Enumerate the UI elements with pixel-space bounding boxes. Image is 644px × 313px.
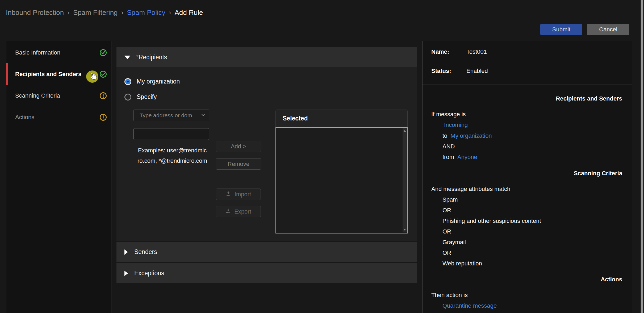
specify-radio-label: Specify (137, 93, 157, 101)
summary-if-message-is: If message is (431, 110, 622, 118)
my-organization-radio-label: My organization (137, 78, 180, 85)
sidebar-item-scanning-criteria[interactable]: Scanning Criteria (6, 85, 111, 106)
name-label: Name: (431, 48, 466, 56)
export-button[interactable]: Export (216, 206, 261, 217)
add-button[interactable]: Add > (216, 141, 261, 152)
page-scrollbar-thumb[interactable] (641, 0, 643, 313)
sidebar-item-label: Actions (15, 114, 99, 121)
incoming-link[interactable]: Incoming (444, 122, 468, 128)
selected-recipients-listbox[interactable] (275, 127, 408, 233)
exclamation-circle-icon (99, 114, 107, 121)
selected-recipients-panel: Selected (275, 110, 408, 233)
sidebar-item-actions[interactable]: Actions (6, 106, 111, 128)
submit-button[interactable]: Submit (540, 24, 582, 35)
scroll-up-icon[interactable] (403, 130, 406, 132)
senders-accordion-title: Senders (134, 248, 157, 256)
form-actions: Submit Cancel (540, 24, 629, 35)
summary-criterion-operator: OR (431, 228, 622, 236)
exceptions-accordion-title: Exceptions (134, 270, 164, 277)
summary-criterion: Phishing and other suspicious content (431, 217, 622, 225)
rule-summary-panel: Name: Test001 Status: Enabled Recipients… (422, 41, 632, 313)
upload-icon (225, 191, 231, 198)
active-item-indicator (6, 63, 8, 85)
summary-action-intro: Then action is (431, 291, 622, 299)
required-marker: * (136, 54, 139, 61)
breadcrumb-inbound-protection: Inbound Protection (6, 9, 64, 17)
summary-from-line: fromAnyone (431, 153, 622, 161)
wizard-nav-sidebar: Basic Information Recipients and Senders… (6, 41, 111, 313)
summary-criterion: Graymail (431, 238, 622, 246)
sidebar-item-label: Basic Information (15, 49, 99, 56)
my-organization-link[interactable]: My organization (450, 132, 492, 139)
summary-criterion-operator: OR (431, 249, 622, 257)
address-input[interactable] (133, 128, 209, 140)
breadcrumb-spam-policy-link[interactable]: Spam Policy (127, 9, 165, 17)
summary-heading-recipients-senders: Recipients and Senders (431, 95, 622, 103)
status-label: Status: (431, 67, 466, 75)
summary-attributes-intro: And message attributes match (431, 185, 622, 193)
summary-criterion-operator: OR (431, 206, 622, 214)
caret-right-icon (124, 271, 128, 276)
download-icon (225, 208, 231, 215)
recipients-accordion-content: My organization Specify Type address or … (116, 67, 417, 241)
specify-radio-option[interactable]: Specify (124, 93, 157, 101)
scroll-down-icon[interactable] (403, 229, 406, 231)
name-value: Test001 (466, 48, 487, 56)
cancel-button[interactable]: Cancel (587, 24, 629, 35)
summary-criterion: Spam (431, 196, 622, 204)
summary-heading-scanning-criteria: Scanning Criteria (431, 169, 622, 177)
anyone-link[interactable]: Anyone (457, 154, 477, 160)
caret-right-icon (124, 249, 128, 255)
summary-and-operator: AND (431, 143, 622, 151)
address-type-dropdown-value: Type address or dom (140, 112, 200, 119)
check-circle-icon (99, 49, 107, 56)
breadcrumb: Inbound Protection › Spam Filtering › Sp… (6, 9, 203, 17)
exceptions-accordion-header[interactable]: Exceptions (116, 263, 417, 283)
recipients-accordion-header[interactable]: *Recipients (116, 47, 417, 67)
import-button[interactable]: Import (216, 189, 261, 200)
status-value: Enabled (466, 67, 488, 75)
breadcrumb-add-rule: Add Rule (174, 9, 203, 17)
sidebar-item-recipients-and-senders[interactable]: Recipients and Senders (6, 63, 111, 85)
my-organization-radio-option[interactable]: My organization (124, 78, 180, 85)
summary-action-line: Quarantine message (431, 302, 622, 310)
exclamation-circle-icon (99, 92, 107, 99)
sidebar-item-label: Scanning Criteria (15, 92, 99, 99)
address-type-dropdown[interactable]: Type address or dom (133, 110, 209, 121)
breadcrumb-separator: › (121, 9, 124, 17)
quarantine-message-link[interactable]: Quarantine message (442, 302, 497, 309)
listbox-scrollbar[interactable] (403, 128, 407, 232)
summary-criterion: Web reputation (431, 260, 622, 268)
chevron-down-icon (200, 112, 206, 119)
radio-selected-icon[interactable] (124, 78, 131, 85)
sidebar-item-basic-information[interactable]: Basic Information (6, 42, 111, 63)
remove-button[interactable]: Remove (216, 158, 261, 170)
page-scrollbar[interactable] (640, 0, 644, 313)
breadcrumb-separator: › (67, 9, 70, 17)
sidebar-item-label: Recipients and Senders (15, 71, 99, 78)
rule-form-panel: *Recipients My organization Specify Type… (116, 47, 417, 283)
summary-to-line: toMy organization (431, 132, 622, 140)
recipients-accordion-title: *Recipients (136, 54, 167, 61)
senders-accordion-header[interactable]: Senders (116, 242, 417, 262)
breadcrumb-spam-filtering: Spam Filtering (73, 9, 118, 17)
summary-heading-actions: Actions (431, 276, 622, 283)
add-rule-page: Inbound Protection › Spam Filtering › Sp… (0, 0, 644, 313)
summary-divider (423, 85, 632, 85)
summary-direction: Incoming (431, 121, 622, 129)
radio-unselected-icon[interactable] (124, 94, 131, 101)
examples-text: Examples: user@trendmic ro.com, *@trendm… (133, 145, 211, 166)
check-circle-icon (99, 70, 107, 78)
selected-list-title: Selected (276, 110, 407, 127)
breadcrumb-separator: › (169, 9, 171, 17)
caret-down-icon (124, 56, 130, 59)
